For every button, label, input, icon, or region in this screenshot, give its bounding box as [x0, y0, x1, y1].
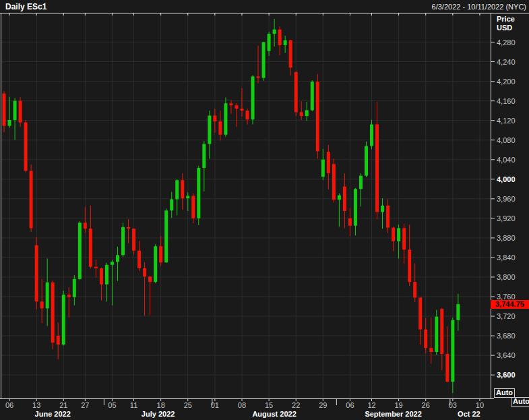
candle-2022-06-17[interactable]: [57, 322, 60, 359]
candle-body: [402, 228, 406, 249]
candle-2022-07-15[interactable]: [154, 244, 157, 282]
candle-2022-07-05[interactable]: [111, 260, 114, 306]
candle-2022-06-15[interactable]: [46, 258, 49, 326]
candle-2022-09-16[interactable]: [392, 227, 395, 251]
candle-2022-06-08[interactable]: [19, 97, 22, 127]
candle-2022-08-08[interactable]: [240, 88, 243, 117]
candle-2022-09-06[interactable]: [348, 208, 352, 237]
candlestick-chart[interactable]: 4,2804,2404,2004,1604,1204,0804,0404,000…: [0, 0, 529, 420]
date-tick-label: 27: [81, 401, 89, 409]
candle-2022-08-19[interactable]: [289, 40, 292, 76]
month-label: Oct 22: [458, 410, 480, 418]
candle-2022-08-11[interactable]: [257, 46, 260, 84]
candle-2022-06-10[interactable]: [30, 164, 33, 232]
candle-2022-06-07[interactable]: [13, 98, 17, 140]
candle-2022-07-29[interactable]: [208, 111, 211, 158]
candle-2022-06-22[interactable]: [67, 287, 71, 318]
candle-2022-09-22[interactable]: [413, 264, 416, 302]
candle-2022-08-26[interactable]: [316, 74, 319, 159]
candle-2022-07-06[interactable]: [116, 247, 119, 281]
candle-2022-09-14[interactable]: [381, 198, 384, 229]
candle-2022-06-23[interactable]: [73, 275, 76, 305]
candle-2022-06-06[interactable]: [8, 97, 11, 128]
candle-2022-09-12[interactable]: [370, 120, 373, 150]
candle-2022-09-28[interactable]: [435, 310, 438, 355]
candle-2022-07-08[interactable]: [127, 219, 130, 243]
candle-2022-08-29[interactable]: [321, 149, 325, 180]
candle-2022-09-19[interactable]: [397, 224, 400, 258]
candle-2022-07-25[interactable]: [186, 192, 189, 211]
candle-2022-06-29[interactable]: [94, 260, 98, 278]
candle-2022-09-13[interactable]: [375, 102, 379, 219]
candle-body: [273, 30, 276, 34]
candle-2022-09-23[interactable]: [418, 297, 422, 344]
candle-2022-08-12[interactable]: [262, 42, 266, 81]
candle-2022-07-21[interactable]: [175, 179, 179, 216]
candle-2022-09-20[interactable]: [402, 224, 406, 264]
candle-2022-07-01[interactable]: [105, 263, 108, 301]
candle-2022-09-08[interactable]: [359, 173, 363, 206]
candle-2022-07-26[interactable]: [191, 193, 195, 223]
candle-2022-08-01[interactable]: [213, 109, 216, 133]
candle-2022-06-24[interactable]: [78, 221, 82, 280]
candle-2022-09-30[interactable]: [445, 326, 449, 382]
candle-body: [154, 246, 157, 282]
candle-2022-08-09[interactable]: [246, 109, 249, 124]
candle-2022-06-13[interactable]: [35, 237, 38, 309]
candle-2022-08-05[interactable]: [235, 103, 238, 127]
candle-2022-10-03[interactable]: [451, 318, 454, 393]
candle-2022-07-19[interactable]: [164, 208, 168, 263]
candle-2022-09-26[interactable]: [424, 318, 427, 353]
candle-2022-06-30[interactable]: [100, 268, 103, 301]
candle-2022-07-20[interactable]: [170, 192, 173, 218]
candle-body: [435, 317, 438, 352]
candle-2022-07-22[interactable]: [181, 173, 184, 210]
candle-2022-08-25[interactable]: [311, 80, 314, 111]
candle-2022-07-18[interactable]: [159, 236, 162, 266]
candle-2022-07-28[interactable]: [202, 141, 206, 191]
price-axis-auto-button[interactable]: Auto: [494, 388, 515, 398]
candle-2022-09-27[interactable]: [429, 318, 433, 363]
date-tick-label: 12: [367, 401, 375, 409]
candle-2022-08-30[interactable]: [327, 145, 330, 189]
candle-2022-06-03[interactable]: [3, 91, 6, 132]
candle-2022-08-23[interactable]: [300, 101, 303, 120]
candle-2022-07-07[interactable]: [121, 222, 125, 257]
candle-2022-08-31[interactable]: [332, 158, 336, 202]
candle-2022-09-15[interactable]: [386, 200, 390, 233]
candle-2022-08-24[interactable]: [305, 102, 309, 121]
month-label: September 2022: [365, 410, 421, 418]
candle-2022-06-21[interactable]: [62, 291, 65, 345]
candle-2022-09-21[interactable]: [408, 224, 411, 286]
candle-2022-07-12[interactable]: [137, 241, 141, 271]
candle-2022-09-09[interactable]: [365, 142, 368, 177]
candle-2022-08-03[interactable]: [224, 98, 227, 137]
candle-2022-09-07[interactable]: [354, 188, 357, 235]
candle-2022-06-27[interactable]: [84, 206, 87, 233]
candle-2022-07-27[interactable]: [197, 166, 200, 225]
candle-2022-08-02[interactable]: [218, 111, 222, 140]
candle-2022-09-01[interactable]: [338, 193, 341, 227]
candle-body: [386, 206, 390, 228]
candle-2022-08-17[interactable]: [278, 26, 282, 55]
candle-2022-08-15[interactable]: [268, 32, 271, 56]
candle-2022-06-16[interactable]: [51, 280, 55, 349]
price-tick-label: 3,840: [497, 253, 516, 262]
candle-2022-06-28[interactable]: [89, 206, 92, 268]
candle-2022-08-04[interactable]: [229, 100, 232, 114]
candle-body: [365, 146, 368, 175]
candle-2022-07-13[interactable]: [143, 262, 146, 316]
candle-2022-07-11[interactable]: [132, 229, 135, 254]
candle-2022-08-10[interactable]: [251, 75, 255, 124]
price-tick-label: 4,240: [497, 58, 516, 66]
candle-2022-08-22[interactable]: [294, 71, 298, 116]
candle-body: [3, 94, 6, 126]
candle-2022-06-09[interactable]: [24, 120, 28, 173]
time-axis-auto-button[interactable]: Auto: [511, 397, 529, 407]
candle-body: [116, 255, 119, 262]
candle-2022-09-29[interactable]: [440, 308, 443, 370]
candle-2022-08-18[interactable]: [284, 36, 287, 53]
candle-2022-09-02[interactable]: [343, 173, 346, 228]
candle-2022-07-14[interactable]: [148, 276, 152, 316]
candle-2022-10-04[interactable]: [456, 294, 460, 331]
